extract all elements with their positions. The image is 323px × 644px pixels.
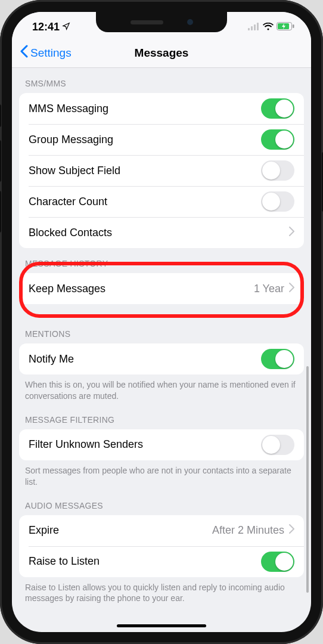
row-value: After 2 Minutes <box>212 524 284 537</box>
battery-charging-icon <box>277 21 294 33</box>
back-label: Settings <box>30 47 72 60</box>
svg-rect-0 <box>248 28 250 30</box>
svg-rect-2 <box>254 24 256 30</box>
chevron-right-icon <box>289 283 294 295</box>
section-header-history: MESSAGE HISTORY <box>12 248 311 273</box>
row-character-count[interactable]: Character Count <box>19 186 304 217</box>
row-notify-me[interactable]: Notify Me <box>19 343 304 374</box>
footer-filtering: Sort messages from people who are not in… <box>12 460 311 490</box>
section-header-mentions: MENTIONS <box>12 318 311 343</box>
svg-rect-3 <box>257 23 259 30</box>
row-label: Expire <box>29 524 212 537</box>
volume-up-button <box>0 140 1 182</box>
volume-down-button <box>0 191 1 233</box>
svg-rect-1 <box>251 26 253 30</box>
nav-header: Settings Messages <box>12 38 311 68</box>
toggle-raise-to-listen[interactable] <box>261 552 294 572</box>
section-header-sms: SMS/MMS <box>12 68 311 93</box>
row-mms-messaging[interactable]: MMS Messaging <box>19 93 304 124</box>
home-indicator[interactable] <box>117 624 206 627</box>
row-raise-to-listen[interactable]: Raise to Listen <box>19 546 304 577</box>
svg-rect-6 <box>293 24 294 28</box>
row-blocked-contacts[interactable]: Blocked Contacts <box>19 217 304 248</box>
notch <box>96 12 227 32</box>
chevron-right-icon <box>289 524 294 537</box>
status-time: 12:41 <box>32 21 60 33</box>
toggle-filter-unknown[interactable] <box>261 435 294 455</box>
section-header-audio: AUDIO MESSAGES <box>12 490 311 515</box>
row-label: Blocked Contacts <box>29 227 289 239</box>
scroll-indicator <box>306 366 309 593</box>
group-audio: Expire After 2 Minutes Raise to Listen <box>19 515 304 577</box>
wifi-icon <box>263 21 274 33</box>
toggle-character-count[interactable] <box>261 191 294 212</box>
cellular-signal-icon <box>248 21 260 33</box>
mute-switch <box>0 104 1 127</box>
footer-audio: Raise to Listen allows you to quickly li… <box>12 577 311 607</box>
row-label: Filter Unknown Senders <box>29 438 261 451</box>
chevron-right-icon <box>289 227 294 239</box>
row-label: Keep Messages <box>29 283 254 295</box>
row-expire[interactable]: Expire After 2 Minutes <box>19 515 304 546</box>
toggle-notify-me[interactable] <box>261 349 294 369</box>
row-group-messaging[interactable]: Group Messaging <box>19 124 304 155</box>
footer-mentions: When this is on, you will be notified wh… <box>12 374 311 404</box>
row-value: 1 Year <box>254 283 284 295</box>
page-title: Messages <box>135 47 189 60</box>
settings-scroll[interactable]: SMS/MMS MMS Messaging Group Messaging Sh… <box>12 68 311 632</box>
back-button[interactable]: Settings <box>20 38 72 67</box>
row-label: MMS Messaging <box>29 103 261 115</box>
row-label: Notify Me <box>29 353 261 366</box>
chevron-left-icon <box>20 45 28 61</box>
row-show-subject[interactable]: Show Subject Field <box>19 155 304 186</box>
location-arrow-icon <box>62 21 70 33</box>
screen: 12:41 <box>12 12 311 632</box>
row-label: Group Messaging <box>29 134 261 146</box>
toggle-show-subject[interactable] <box>261 160 294 181</box>
group-sms: MMS Messaging Group Messaging Show Subje… <box>19 93 304 248</box>
group-history: Keep Messages 1 Year <box>19 273 304 304</box>
group-mentions: Notify Me <box>19 343 304 374</box>
row-label: Show Subject Field <box>29 165 261 177</box>
toggle-mms[interactable] <box>261 98 294 119</box>
group-filtering: Filter Unknown Senders <box>19 429 304 460</box>
row-label: Raise to Listen <box>29 555 261 568</box>
row-label: Character Count <box>29 196 261 208</box>
row-keep-messages[interactable]: Keep Messages 1 Year <box>19 273 304 304</box>
section-header-filtering: MESSAGE FILTERING <box>12 404 311 429</box>
row-filter-unknown[interactable]: Filter Unknown Senders <box>19 429 304 460</box>
phone-frame: 12:41 <box>0 0 323 644</box>
toggle-group-messaging[interactable] <box>261 129 294 150</box>
